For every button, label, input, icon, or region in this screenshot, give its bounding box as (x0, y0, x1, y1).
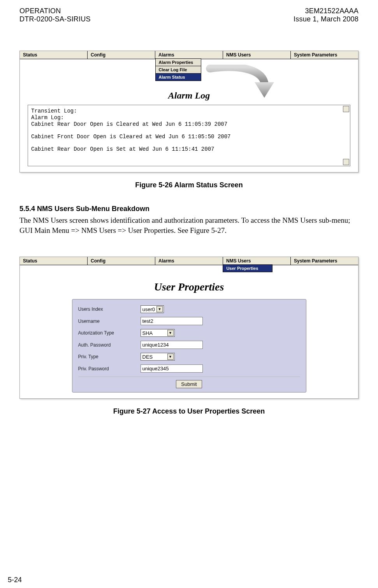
label-username: Username (78, 319, 141, 324)
log-blank (31, 153, 347, 158)
select-users-index-value: user0 (142, 306, 155, 312)
menu-status[interactable]: Status (20, 257, 88, 265)
chevron-down-icon: ▼ (167, 354, 174, 360)
log-line: Cabinet Rear Door Open is Set at Wed Jun… (31, 146, 347, 152)
row-username: Username (78, 317, 300, 325)
menu-status[interactable]: Status (20, 51, 88, 59)
section-5-5-4-heading: 5.5.4 NMS Users Sub-Menu Breakdown (19, 205, 359, 213)
chevron-down-icon: ▼ (167, 330, 174, 336)
scroll-up-icon[interactable] (343, 106, 349, 112)
header-right-1: 3EM21522AAAA (294, 7, 359, 15)
alarm-log-title: Alarm Log (28, 90, 350, 101)
row-priv-type: Priv. Type DES ▼ (78, 353, 300, 361)
page-number: 5-24 (8, 576, 22, 584)
menu-nms-users[interactable]: NMS Users (223, 51, 291, 59)
menubar: Status Config Alarms NMS Users System Pa… (20, 51, 358, 59)
header-left-1: OPERATION (19, 7, 91, 15)
scroll-down-icon[interactable] (343, 159, 349, 165)
select-auth-type-value: SHA (142, 330, 153, 336)
log-line: Transient Log: (31, 108, 347, 114)
menu-system-parameters[interactable]: System Parameters (291, 257, 358, 265)
label-auth-type: Autorization Type (78, 330, 141, 336)
label-priv-password: Priv. Password (78, 366, 141, 371)
select-users-index[interactable]: user0 ▼ (141, 305, 164, 313)
label-auth-password: Auth. Password (78, 342, 141, 348)
row-users-index: Users Index user0 ▼ (78, 305, 300, 313)
figure-5-26-screenshot: Status Config Alarms NMS Users System Pa… (19, 51, 359, 173)
log-line: Cabinet Front Door Open is Cleared at We… (31, 134, 347, 140)
log-blank (31, 158, 347, 164)
row-priv-password: Priv. Password (78, 364, 300, 373)
input-username[interactable] (141, 317, 203, 325)
menu-nms-users[interactable]: NMS Users (223, 257, 291, 265)
row-auth-password: Auth. Password (78, 341, 300, 349)
select-auth-type[interactable]: SHA ▼ (141, 329, 175, 337)
chevron-down-icon: ▼ (156, 306, 163, 312)
label-priv-type: Priv. Type (78, 354, 141, 359)
menubar: Status Config Alarms NMS Users System Pa… (20, 257, 358, 265)
label-users-index: Users Index (78, 306, 141, 312)
input-auth-password[interactable] (141, 341, 203, 349)
figure-5-27-caption: Figure 5-27 Access to User Properties Sc… (19, 407, 359, 415)
menu-system-parameters[interactable]: System Parameters (291, 51, 358, 59)
select-priv-type-value: DES (142, 354, 153, 360)
section-5-5-4-body: The NMS Users screen shows identificatio… (19, 215, 359, 235)
log-blank (31, 128, 347, 133)
log-blank (31, 140, 347, 146)
input-priv-password[interactable] (141, 364, 203, 373)
header-left-2: DTR-0200-SA-SIRIUS (19, 15, 91, 23)
figure-5-27-screenshot: Status Config Alarms NMS Users System Pa… (19, 257, 359, 399)
menu-alarms[interactable]: Alarms (155, 257, 223, 265)
menu-config[interactable]: Config (88, 51, 155, 59)
log-line: Alarm Log: (31, 114, 347, 121)
menu-config[interactable]: Config (88, 257, 155, 265)
page-header: OPERATION DTR-0200-SA-SIRIUS 3EM21522AAA… (19, 7, 359, 23)
log-line: Cabinet Rear Door Open is Cleared at Wed… (31, 121, 347, 127)
select-priv-type[interactable]: DES ▼ (141, 353, 175, 361)
alarm-log-box[interactable]: Transient Log: Alarm Log: Cabinet Rear D… (28, 105, 350, 166)
figure-5-26-caption: Figure 5-26 Alarm Status Screen (19, 181, 359, 189)
row-auth-type: Autorization Type SHA ▼ (78, 329, 300, 337)
header-right-2: Issue 1, March 2008 (294, 15, 359, 23)
menu-alarms[interactable]: Alarms (155, 51, 223, 59)
user-properties-form: Users Index user0 ▼ Username Autorizatio… (72, 299, 306, 393)
submit-button[interactable]: Submit (176, 380, 202, 388)
user-properties-title: User Properties (28, 281, 350, 293)
